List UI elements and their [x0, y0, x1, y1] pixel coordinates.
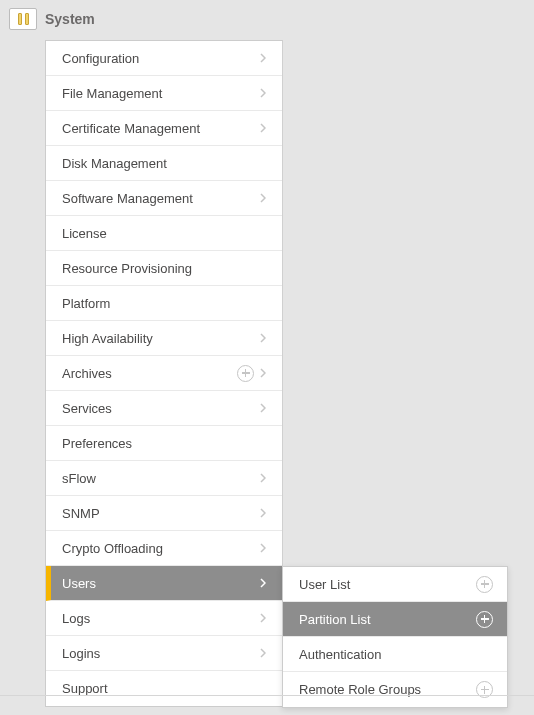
- menu-item-label: Certificate Management: [62, 121, 256, 136]
- menu-item-sflow[interactable]: sFlow: [46, 461, 282, 496]
- submenu-item-label: Authentication: [299, 647, 495, 662]
- chevron-right-icon: [256, 333, 270, 343]
- menu-item-label: Support: [62, 681, 270, 696]
- menu-item-services[interactable]: Services: [46, 391, 282, 426]
- menu-item-label: SNMP: [62, 506, 256, 521]
- header: System: [0, 0, 534, 40]
- chevron-right-icon: [256, 613, 270, 623]
- add-icon[interactable]: [476, 611, 493, 628]
- menu-item-archives[interactable]: Archives: [46, 356, 282, 391]
- chevron-right-icon: [256, 53, 270, 63]
- menu-item-software-management[interactable]: Software Management: [46, 181, 282, 216]
- menu-item-label: High Availability: [62, 331, 256, 346]
- submenu-item-label: Partition List: [299, 612, 476, 627]
- submenu-item-label: User List: [299, 577, 476, 592]
- submenu-item-partition-list[interactable]: Partition List: [283, 602, 507, 637]
- menu-item-label: Services: [62, 401, 256, 416]
- menu-item-label: Disk Management: [62, 156, 270, 171]
- menu-item-file-management[interactable]: File Management: [46, 76, 282, 111]
- menu-item-users[interactable]: Users: [46, 566, 282, 601]
- system-menu: ConfigurationFile ManagementCertificate …: [45, 40, 283, 707]
- menu-item-logs[interactable]: Logs: [46, 601, 282, 636]
- menu-item-certificate-management[interactable]: Certificate Management: [46, 111, 282, 146]
- chevron-right-icon: [256, 473, 270, 483]
- menu-item-logins[interactable]: Logins: [46, 636, 282, 671]
- chevron-right-icon: [256, 193, 270, 203]
- chevron-right-icon: [256, 543, 270, 553]
- chevron-right-icon: [256, 123, 270, 133]
- menu-item-snmp[interactable]: SNMP: [46, 496, 282, 531]
- menu-item-label: Platform: [62, 296, 270, 311]
- menu-item-label: Crypto Offloading: [62, 541, 256, 556]
- menu-item-label: sFlow: [62, 471, 256, 486]
- menu-item-resource-provisioning[interactable]: Resource Provisioning: [46, 251, 282, 286]
- chevron-right-icon: [256, 578, 270, 588]
- add-icon[interactable]: [476, 576, 493, 593]
- menu-item-label: Archives: [62, 366, 237, 381]
- submenu-item-remote-role-groups[interactable]: Remote Role Groups: [283, 672, 507, 707]
- chevron-right-icon: [256, 368, 270, 378]
- menu-item-support[interactable]: Support: [46, 671, 282, 706]
- chevron-right-icon: [256, 88, 270, 98]
- menu-item-label: Logs: [62, 611, 256, 626]
- submenu-item-user-list[interactable]: User List: [283, 567, 507, 602]
- menu-item-platform[interactable]: Platform: [46, 286, 282, 321]
- menu-item-high-availability[interactable]: High Availability: [46, 321, 282, 356]
- system-icon: [9, 8, 37, 30]
- menu-item-crypto-offloading[interactable]: Crypto Offloading: [46, 531, 282, 566]
- chevron-right-icon: [256, 508, 270, 518]
- users-submenu: User ListPartition ListAuthenticationRem…: [282, 566, 508, 708]
- menu-item-label: Preferences: [62, 436, 270, 451]
- menu-item-preferences[interactable]: Preferences: [46, 426, 282, 461]
- footer-divider: [0, 695, 534, 696]
- menu-item-label: Resource Provisioning: [62, 261, 270, 276]
- menu-item-label: License: [62, 226, 270, 241]
- menu-item-disk-management[interactable]: Disk Management: [46, 146, 282, 181]
- menu-item-label: Configuration: [62, 51, 256, 66]
- menu-item-license[interactable]: License: [46, 216, 282, 251]
- menu-item-configuration[interactable]: Configuration: [46, 41, 282, 76]
- menu-item-label: Logins: [62, 646, 256, 661]
- add-icon[interactable]: [237, 365, 254, 382]
- menu-item-label: File Management: [62, 86, 256, 101]
- page-title: System: [45, 11, 95, 27]
- submenu-item-authentication[interactable]: Authentication: [283, 637, 507, 672]
- chevron-right-icon: [256, 403, 270, 413]
- chevron-right-icon: [256, 648, 270, 658]
- menu-item-label: Users: [62, 576, 256, 591]
- menu-item-label: Software Management: [62, 191, 256, 206]
